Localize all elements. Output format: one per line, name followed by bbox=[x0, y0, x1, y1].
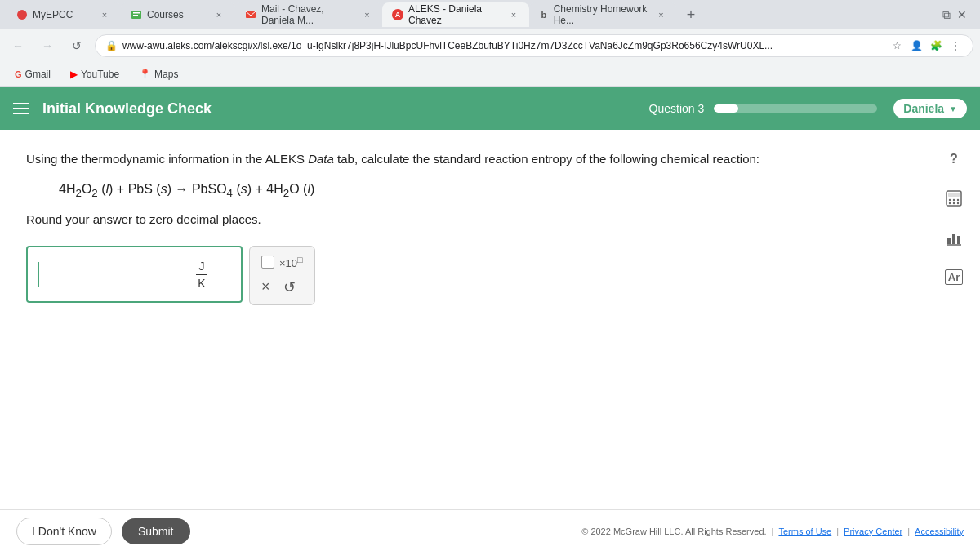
tab-close-chemistry[interactable]: × bbox=[656, 8, 666, 21]
question-data-italic: Data bbox=[308, 152, 334, 166]
address-bar[interactable]: 🔒 www-awu.aleks.com/alekscgi/x/lsl.exe/1… bbox=[95, 34, 973, 57]
tab-mail[interactable]: Mail - Chavez, Daniela M... × bbox=[235, 2, 382, 27]
svg-rect-13 bbox=[947, 238, 951, 244]
address-bar-row: ← → ↺ 🔒 www-awu.aleks.com/alekscgi/x/lsl… bbox=[0, 29, 980, 62]
aleks-app: Initial Knowledge Check Question 3 Danie… bbox=[0, 87, 980, 551]
bookmark-gmail-label: Gmail bbox=[25, 69, 51, 80]
tab-label-chemistry: Chemistry Homework He... bbox=[554, 3, 651, 26]
window-controls: — ⧉ ✕ bbox=[924, 8, 973, 22]
tab-close-courses[interactable]: × bbox=[212, 8, 225, 21]
bookmark-maps[interactable]: 📍 Maps bbox=[134, 67, 183, 82]
help-icon[interactable]: ? bbox=[941, 146, 967, 172]
bookmark-youtube-label: YouTube bbox=[81, 69, 119, 80]
tab-close-myepcc[interactable]: × bbox=[98, 8, 111, 21]
tab-label-mail: Mail - Chavez, Daniela M... bbox=[261, 3, 357, 26]
hamburger-line-3 bbox=[13, 113, 29, 114]
progress-bar bbox=[714, 104, 877, 113]
tab-close-aleks[interactable]: × bbox=[508, 8, 519, 21]
tab-label-myepcc: MyEPCC bbox=[33, 9, 73, 20]
unit-numerator: J bbox=[199, 260, 205, 273]
mail-icon bbox=[245, 9, 256, 20]
accessibility-link[interactable]: Accessibility bbox=[915, 527, 964, 536]
dont-know-button[interactable]: I Don't Know bbox=[16, 518, 112, 545]
svg-rect-3 bbox=[133, 15, 138, 16]
new-tab-button[interactable]: + bbox=[679, 3, 702, 26]
unit-denominator: K bbox=[198, 277, 205, 290]
tab-close-mail[interactable]: × bbox=[362, 8, 372, 21]
address-bar-icons: ☆ 👤 🧩 ⋮ bbox=[889, 38, 963, 53]
profile-icon[interactable]: 👤 bbox=[909, 38, 924, 53]
tab-label-courses: Courses bbox=[147, 9, 184, 20]
x10-text: ×10 bbox=[279, 258, 297, 270]
tab-bar: MyEPCC × Courses × Mail - Chavez, Daniel… bbox=[0, 0, 980, 29]
progress-bar-fill bbox=[714, 104, 738, 113]
bookmark-gmail[interactable]: G Gmail bbox=[10, 67, 56, 82]
forward-button[interactable]: → bbox=[36, 34, 59, 57]
aleks-icon: A bbox=[392, 9, 403, 20]
chart-icon[interactable] bbox=[941, 224, 967, 251]
hamburger-line-2 bbox=[13, 108, 29, 109]
tab-courses[interactable]: Courses × bbox=[121, 2, 235, 27]
restore-button[interactable]: ⧉ bbox=[942, 8, 951, 22]
answer-row: J K ×10□ × ↺ bbox=[26, 246, 954, 304]
answer-input-box[interactable]: J K bbox=[26, 246, 243, 303]
bookmark-youtube[interactable]: ▶ YouTube bbox=[65, 67, 124, 82]
keypad-clear-button[interactable]: × bbox=[261, 278, 270, 295]
reaction-equation: 4H2O2 (l) + PbS (s) → PbSO4 (s) + 4H2O (… bbox=[59, 182, 954, 199]
privacy-link[interactable]: Privacy Center bbox=[844, 527, 902, 536]
copyright-text: © 2022 McGraw Hill LLC. All Rights Reser… bbox=[581, 527, 766, 536]
svg-rect-2 bbox=[133, 12, 140, 14]
question-label: Question 3 bbox=[649, 102, 705, 115]
svg-point-8 bbox=[953, 199, 955, 201]
keypad-actions: × ↺ bbox=[261, 278, 296, 296]
bookmark-maps-label: Maps bbox=[154, 69, 178, 80]
back-button[interactable]: ← bbox=[7, 34, 29, 57]
maps-icon: 📍 bbox=[139, 69, 151, 80]
close-button[interactable]: ✕ bbox=[957, 8, 967, 21]
footer-sep-1: | bbox=[772, 527, 774, 536]
answer-input-field[interactable] bbox=[42, 267, 189, 282]
keypad-undo-button[interactable]: ↺ bbox=[283, 278, 296, 296]
extension-icon[interactable]: 🧩 bbox=[929, 38, 943, 53]
keypad-top: ×10□ bbox=[261, 255, 303, 269]
footer-sep-2: | bbox=[836, 527, 839, 536]
x10-sup: □ bbox=[297, 255, 303, 264]
url-text: www-awu.aleks.com/alekscgi/x/lsl.exe/1o_… bbox=[122, 40, 773, 51]
reload-button[interactable]: ↺ bbox=[65, 34, 88, 57]
tab-myepcc[interactable]: MyEPCC × bbox=[7, 2, 121, 27]
calculator-icon[interactable] bbox=[941, 185, 967, 211]
minimize-button[interactable]: — bbox=[924, 8, 936, 21]
svg-rect-6 bbox=[948, 193, 960, 197]
tab-chemistry[interactable]: b Chemistry Homework He... × bbox=[529, 2, 676, 27]
svg-point-9 bbox=[957, 199, 959, 201]
courses-icon bbox=[131, 9, 142, 20]
text-cursor bbox=[38, 262, 39, 287]
submit-button[interactable]: Submit bbox=[122, 518, 190, 544]
unit-line bbox=[196, 274, 207, 275]
svg-point-10 bbox=[949, 202, 951, 204]
periodic-table-icon[interactable]: Ar bbox=[941, 264, 967, 290]
tab-aleks[interactable]: A ALEKS - Daniela Chavez × bbox=[382, 2, 529, 27]
round-text: Round your answer to zero decimal places… bbox=[26, 212, 954, 226]
hamburger-line-1 bbox=[13, 103, 29, 104]
periodic-table-symbol: Ar bbox=[945, 269, 963, 285]
question-text-part2: tab, calculate the standard reaction ent… bbox=[334, 152, 760, 166]
lock-icon: 🔒 bbox=[105, 40, 118, 51]
main-content: Using the thermodynamic information in t… bbox=[0, 130, 980, 509]
tab-label-aleks: ALEKS - Daniela Chavez bbox=[408, 3, 503, 26]
chart-svg bbox=[945, 229, 963, 247]
settings-icon[interactable]: ⋮ bbox=[948, 38, 963, 53]
hamburger-menu[interactable] bbox=[13, 103, 29, 114]
user-name: Daniela bbox=[903, 102, 944, 115]
aleks-header: Initial Knowledge Check Question 3 Danie… bbox=[0, 87, 980, 130]
browser-chrome: MyEPCC × Courses × Mail - Chavez, Daniel… bbox=[0, 0, 980, 87]
question-text-part1: Using the thermodynamic information in t… bbox=[26, 152, 308, 166]
star-icon[interactable]: ☆ bbox=[889, 38, 904, 53]
terms-link[interactable]: Terms of Use bbox=[778, 527, 831, 536]
help-symbol: ? bbox=[950, 152, 958, 167]
myepcc-icon bbox=[16, 9, 28, 20]
question-text: Using the thermodynamic information in t… bbox=[26, 149, 954, 169]
user-menu-button[interactable]: Daniela ▼ bbox=[893, 99, 967, 118]
keypad-checkbox[interactable] bbox=[261, 256, 274, 269]
right-sidebar: ? bbox=[941, 146, 967, 290]
